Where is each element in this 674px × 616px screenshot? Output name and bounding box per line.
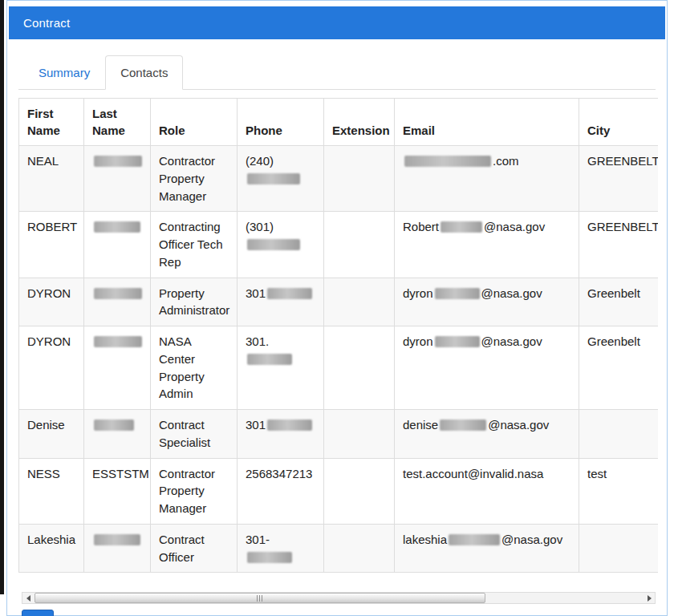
cell-last_name <box>84 212 151 278</box>
back-button[interactable] <box>22 610 54 616</box>
background-window-edge <box>0 0 4 594</box>
redacted-text <box>440 419 486 431</box>
cell-first_name: DYRON <box>19 278 84 326</box>
cell-email: dyron@nasa.gov <box>395 278 579 326</box>
cell-city: Greenbelt <box>579 326 659 410</box>
cell-text: NESS <box>27 467 60 480</box>
cell-text: dyron <box>403 286 433 300</box>
tab-contacts[interactable]: Contacts <box>105 55 183 90</box>
redacted-text <box>449 534 500 545</box>
table-row: ROBERTContracting Officer Tech Rep(301)R… <box>19 212 659 278</box>
cell-text: Property Administrator <box>159 286 229 318</box>
contract-panel: Contract SummaryContacts First NameLast … <box>6 0 668 616</box>
tab-summary[interactable]: Summary <box>23 55 105 90</box>
cell-last_name: ESSTSTM <box>84 458 151 524</box>
cell-city: Greenbelt <box>579 278 659 326</box>
cell-role: Contracting Officer Tech Rep <box>151 212 238 278</box>
redacted-text <box>404 156 491 167</box>
redacted-text <box>94 156 142 167</box>
cell-email: .com <box>395 146 579 212</box>
cell-text: (240) <box>246 154 274 168</box>
cell-text: GREENBELT <box>587 220 658 233</box>
cell-first_name: NESS <box>19 458 84 524</box>
redacted-text <box>94 221 140 233</box>
cell-extension <box>324 212 395 278</box>
scrollbar-thumb[interactable] <box>35 593 485 603</box>
table-row: DeniseContract Specialist301denise@nasa.… <box>19 410 659 459</box>
table-row: NESSESSTSTMContractor Property Manager25… <box>19 458 659 524</box>
redacted-text <box>94 419 134 431</box>
redacted-text <box>247 173 300 184</box>
cell-first_name: NEAL <box>19 146 84 212</box>
cell-first_name: DYRON <box>19 326 84 410</box>
cell-first_name: ROBERT <box>19 212 84 278</box>
table-header: First NameLast NameRolePhoneExtensionEma… <box>19 99 659 146</box>
cell-text: Contract Officer <box>159 533 205 564</box>
cell-text: 301. <box>246 334 269 348</box>
cell-email: denise@nasa.gov <box>395 410 579 459</box>
redacted-text <box>94 288 142 299</box>
cell-text: lakeshia <box>403 533 447 546</box>
column-header-first_name: First Name <box>19 99 84 146</box>
cell-text: Contracting Officer Tech Rep <box>159 220 222 269</box>
cell-city: test <box>579 458 659 524</box>
column-header-email: Email <box>395 99 579 146</box>
cell-extension <box>324 146 395 212</box>
scroll-right-button[interactable] <box>644 593 655 603</box>
grip-icon <box>257 595 264 602</box>
cell-phone: 301- <box>238 524 324 573</box>
column-header-extension: Extension <box>324 99 395 146</box>
table-row: DYRONNASA Center Property Admin301.dyron… <box>19 326 659 410</box>
cell-email: Robert@nasa.gov <box>395 212 579 278</box>
cell-text: denise <box>403 418 438 432</box>
redacted-text <box>267 288 312 299</box>
cell-text: .com <box>493 154 519 168</box>
cell-extension <box>324 278 395 326</box>
cell-extension <box>324 326 395 410</box>
cell-text: @nasa.gov <box>484 220 545 233</box>
cell-phone: (301) <box>238 212 324 278</box>
cell-extension <box>324 458 395 524</box>
cell-text: Denise <box>27 418 65 432</box>
cell-city <box>579 410 659 459</box>
panel-title: Contract <box>23 16 70 30</box>
cell-text: @nasa.gov <box>481 334 542 348</box>
cell-text: DYRON <box>27 286 71 300</box>
redacted-text <box>267 419 312 431</box>
cell-text: 301- <box>246 533 270 546</box>
redacted-text <box>435 336 480 347</box>
scroll-left-button[interactable] <box>22 593 34 603</box>
cell-text: NEAL <box>27 154 59 168</box>
cell-first_name: Denise <box>19 410 84 459</box>
cell-last_name <box>84 524 151 573</box>
cell-text: Contractor Property Manager <box>159 154 215 203</box>
cell-text: ROBERT <box>27 220 77 233</box>
cell-phone: 301 <box>238 410 324 459</box>
column-header-last_name: Last Name <box>84 99 151 146</box>
cell-text: (301) <box>246 220 274 233</box>
cell-text: 301 <box>246 418 266 432</box>
cell-text: 301 <box>246 286 266 300</box>
cell-last_name <box>84 278 151 326</box>
column-header-role: Role <box>151 99 238 146</box>
scroll-left-icon <box>26 595 30 602</box>
cell-extension <box>324 524 395 573</box>
cell-role: Contractor Property Manager <box>151 458 238 524</box>
cell-role: Contractor Property Manager <box>151 146 238 212</box>
table-viewport: First NameLast NameRolePhoneExtensionEma… <box>18 98 658 573</box>
scroll-right-icon <box>648 595 652 602</box>
cell-first_name: Lakeshia <box>19 524 84 573</box>
cell-city: GREENBELT <box>579 212 659 278</box>
header-row: First NameLast NameRolePhoneExtensionEma… <box>19 99 659 146</box>
column-header-phone: Phone <box>238 99 324 146</box>
horizontal-scrollbar[interactable] <box>22 592 656 604</box>
cell-text: GREENBELT <box>587 154 658 168</box>
cell-phone: (240) <box>238 146 324 212</box>
cell-text: test <box>587 467 607 480</box>
cell-text: Contract Specialist <box>159 418 210 449</box>
scrollbar-track[interactable] <box>34 593 644 603</box>
cell-email: test.account@invalid.nasa <box>395 458 579 524</box>
cell-text: DYRON <box>27 334 71 348</box>
redacted-text <box>94 534 140 545</box>
cell-phone: 301. <box>238 326 324 410</box>
